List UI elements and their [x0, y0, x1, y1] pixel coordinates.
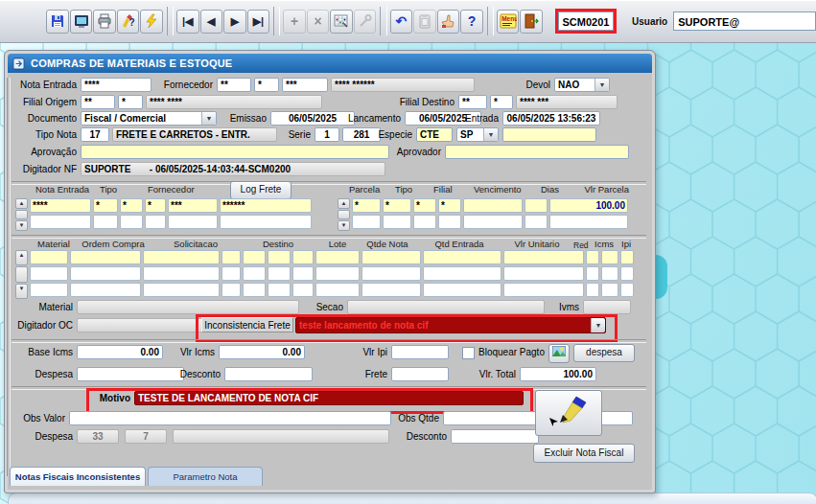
chevron-down-icon[interactable]: ▼ — [595, 79, 609, 91]
grid-cell[interactable]: * — [120, 198, 143, 213]
inconsistencia-frete-combo[interactable]: teste lancamento de nota cif▼ — [295, 317, 606, 333]
save-button[interactable] — [46, 10, 69, 34]
grid-cell[interactable]: * — [145, 198, 166, 213]
grid-cell[interactable] — [221, 266, 241, 281]
grid-cell[interactable] — [145, 215, 166, 229]
entrada-field[interactable]: 06/05/2025 13:56:23 — [502, 111, 600, 126]
grid-cell[interactable] — [30, 266, 68, 281]
grid-cell[interactable] — [423, 266, 501, 281]
grid-cell[interactable] — [268, 283, 291, 297]
grid-cell[interactable]: * — [383, 198, 411, 213]
despesa-field[interactable] — [77, 367, 184, 381]
grid-cell[interactable] — [413, 215, 436, 229]
tools-button[interactable] — [354, 10, 377, 34]
motivo-field[interactable]: TESTE DE LANCAMENTO DE NOTA CIF — [134, 391, 524, 405]
grid-cell[interactable] — [70, 266, 141, 281]
excluir-nota-fiscal-button[interactable]: Excluir Nota Fiscal — [533, 444, 635, 463]
usuario-field[interactable]: SUPORTE@ — [673, 11, 816, 31]
grid-cell[interactable] — [70, 250, 141, 264]
grid-cell[interactable] — [601, 250, 618, 264]
grid-cell[interactable] — [243, 266, 266, 281]
grid-cell[interactable] — [586, 250, 599, 264]
delete-record-button[interactable]: × — [307, 10, 330, 34]
frete-field[interactable] — [391, 367, 449, 381]
despesa-button[interactable]: despesa — [573, 344, 635, 362]
grid-cell[interactable] — [30, 250, 68, 264]
hand-point-button[interactable] — [437, 10, 460, 34]
grid-cell[interactable] — [315, 250, 360, 264]
obs-valor-field[interactable] — [69, 411, 391, 425]
documento-combo[interactable]: Fiscal / Comercial▼ — [81, 111, 217, 126]
tab-notas-fiscais-inconsistentes[interactable]: Notas Fiscais Inconsistentes — [10, 467, 146, 486]
exit-button[interactable] — [520, 10, 543, 34]
vlr-ipi-field[interactable] — [391, 345, 449, 359]
menu-button[interactable]: Menu — [497, 10, 520, 34]
nota-entrada-field[interactable]: **** — [81, 78, 152, 92]
lightning-button[interactable] — [140, 10, 163, 34]
scroll-up-icon[interactable]: ▲ — [338, 198, 350, 209]
print-button[interactable] — [93, 10, 116, 34]
grid-cell[interactable]: * — [413, 198, 436, 213]
grid-cell[interactable] — [221, 283, 241, 297]
scroll-down-icon[interactable]: ▼ — [15, 220, 28, 231]
grid-cell[interactable] — [143, 283, 220, 297]
grid-search-button[interactable] — [330, 10, 353, 34]
parcelas-grid-navigator[interactable]: ▲ ▼ — [338, 198, 350, 231]
scroll-thumb[interactable] — [15, 266, 28, 282]
grid-cell[interactable] — [586, 266, 599, 281]
grid-cell[interactable] — [120, 215, 143, 229]
chevron-down-icon[interactable]: ▼ — [591, 318, 605, 332]
scroll-up-icon[interactable]: ▲ — [15, 198, 28, 209]
colored-help-button[interactable]: ? — [117, 10, 140, 34]
grid-cell[interactable] — [315, 266, 360, 281]
scroll-thumb[interactable] — [338, 210, 350, 219]
vlr-total-field[interactable]: 100.00 — [520, 367, 596, 381]
grid-cell[interactable] — [423, 283, 501, 297]
fornecedor-field-1[interactable]: ** — [217, 78, 251, 92]
grid-cell[interactable] — [143, 266, 220, 281]
log-frete-button[interactable]: Log Frete — [230, 181, 291, 199]
nav-prev-button[interactable]: ◀ — [200, 10, 223, 34]
grid-cell[interactable] — [549, 215, 628, 229]
devol-combo[interactable]: NAO▼ — [554, 78, 610, 92]
grid-cell[interactable] — [70, 283, 141, 297]
notas-grid-navigator[interactable]: ▲ ▼ — [15, 198, 28, 231]
grid-cell[interactable] — [243, 283, 266, 297]
filial-origem-field-2[interactable]: * — [118, 95, 143, 109]
scroll-thumb[interactable] — [15, 210, 28, 219]
grid-cell[interactable] — [221, 250, 241, 264]
chevron-down-icon[interactable]: ▼ — [483, 128, 498, 141]
nav-next-button[interactable]: ▶ — [223, 10, 246, 34]
grid-cell[interactable] — [525, 215, 548, 229]
scroll-down-icon[interactable]: ▼ — [15, 284, 28, 299]
aprovacao-field[interactable] — [81, 145, 389, 159]
tipo-nota-code-field[interactable]: 17 — [81, 127, 109, 142]
materials-grid-navigator[interactable]: ▲ ▼ — [15, 250, 28, 299]
sign-pen-button[interactable] — [535, 390, 602, 436]
grid-cell[interactable] — [438, 215, 461, 229]
grid-cell[interactable]: * — [438, 198, 461, 213]
grid-cell[interactable] — [315, 283, 360, 297]
grid-cell[interactable] — [503, 250, 584, 264]
grid-cell[interactable] — [292, 266, 314, 281]
nav-last-button[interactable]: ▶| — [247, 10, 270, 34]
grid-cell[interactable] — [525, 198, 548, 213]
aprovador-field[interactable] — [445, 145, 629, 159]
add-record-button[interactable]: + — [283, 10, 306, 34]
grid-cell[interactable] — [361, 283, 421, 297]
grid-cell[interactable] — [586, 283, 599, 297]
grid-cell[interactable] — [268, 250, 291, 264]
grid-cell[interactable] — [620, 250, 634, 264]
desconto2-field[interactable] — [451, 429, 539, 444]
filial-destino-field-1[interactable]: ** — [458, 95, 487, 109]
serie-field[interactable]: 1 — [315, 127, 339, 142]
grid-cell[interactable] — [352, 215, 381, 229]
grid-cell[interactable] — [620, 283, 634, 297]
grid-cell[interactable] — [463, 215, 523, 229]
scroll-down-icon[interactable]: ▼ — [338, 220, 350, 231]
grid-cell[interactable] — [503, 266, 584, 281]
base-icms-field[interactable]: 0.00 — [77, 345, 163, 359]
screen-button[interactable] — [70, 10, 93, 34]
paste-button[interactable] — [413, 10, 436, 34]
chevron-down-icon[interactable]: ▼ — [201, 112, 216, 125]
